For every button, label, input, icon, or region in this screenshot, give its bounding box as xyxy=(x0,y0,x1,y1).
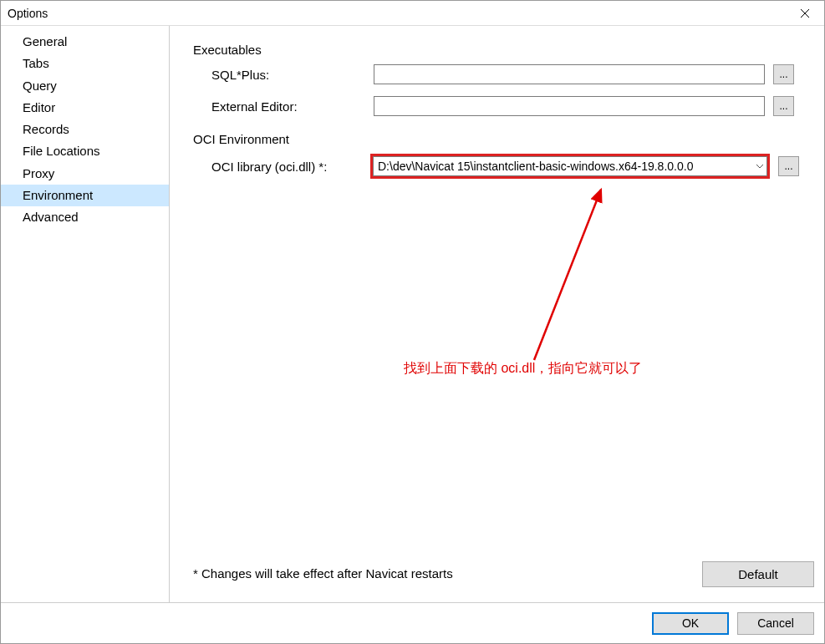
external-editor-browse-button[interactable]: ... xyxy=(773,96,794,116)
oci-highlight xyxy=(370,154,770,179)
sidebar-item-editor[interactable]: Editor xyxy=(1,97,169,119)
sidebar-item-environment[interactable]: Environment xyxy=(1,185,169,206)
oci-library-combo[interactable] xyxy=(374,157,760,175)
options-dialog: Options General Tabs Query Editor Record… xyxy=(0,0,825,644)
annotation-text: 找到上面下载的 oci.dll，指向它就可以了 xyxy=(404,360,642,378)
oci-library-label: OCI library (oci.dll) *: xyxy=(193,160,370,174)
oci-library-row: OCI library (oci.dll) *: ... xyxy=(193,154,814,179)
sidebar-item-query[interactable]: Query xyxy=(1,75,169,97)
button-bar: OK Cancel xyxy=(1,602,824,643)
sqlplus-row: SQL*Plus: ... xyxy=(193,64,814,84)
oci-combo-wrap xyxy=(373,156,767,176)
external-editor-input[interactable] xyxy=(374,96,765,116)
sidebar-item-general[interactable]: General xyxy=(1,31,169,53)
restart-note: * Changes will take effect after Navicat… xyxy=(193,566,453,581)
content-panel: Executables SQL*Plus: ... External Edito… xyxy=(170,26,824,602)
sidebar-item-records[interactable]: Records xyxy=(1,119,169,140)
ok-button[interactable]: OK xyxy=(652,612,729,635)
sidebar: General Tabs Query Editor Records File L… xyxy=(1,26,170,602)
close-button[interactable] xyxy=(786,1,824,26)
annotation-arrow xyxy=(509,176,626,368)
oci-heading: OCI Environment xyxy=(193,132,814,146)
oci-library-browse-button[interactable]: ... xyxy=(778,156,799,176)
sidebar-item-tabs[interactable]: Tabs xyxy=(1,53,169,74)
close-icon xyxy=(801,9,809,18)
sidebar-item-proxy[interactable]: Proxy xyxy=(1,163,169,185)
external-editor-row: External Editor: ... xyxy=(193,96,814,116)
svg-line-3 xyxy=(534,190,601,360)
cancel-button[interactable]: Cancel xyxy=(737,612,814,635)
default-button[interactable]: Default xyxy=(702,561,814,587)
sqlplus-browse-button[interactable]: ... xyxy=(773,64,794,84)
sqlplus-input[interactable] xyxy=(374,64,765,84)
titlebar: Options xyxy=(1,1,824,26)
external-editor-label: External Editor: xyxy=(193,99,374,114)
sidebar-item-advanced[interactable]: Advanced xyxy=(1,206,169,228)
sidebar-item-file-locations[interactable]: File Locations xyxy=(1,140,169,162)
dialog-body: General Tabs Query Editor Records File L… xyxy=(1,26,824,602)
executables-heading: Executables xyxy=(193,43,814,57)
sqlplus-label: SQL*Plus: xyxy=(193,68,374,82)
window-title: Options xyxy=(8,7,48,20)
